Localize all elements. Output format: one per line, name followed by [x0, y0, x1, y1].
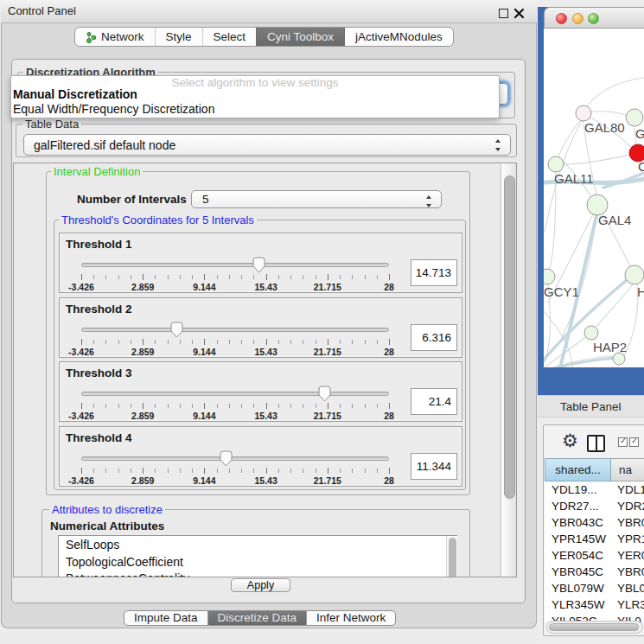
slider-tick: [131, 275, 131, 279]
tick-label: 21.715: [302, 475, 354, 486]
float-window-icon[interactable]: [499, 9, 508, 18]
scrollbar-thumb[interactable]: [504, 175, 515, 499]
slider-thumb[interactable]: [220, 450, 233, 467]
slider-tick: [389, 468, 390, 474]
table-row[interactable]: YLR345WYLR3: [545, 596, 644, 613]
threshold-value-field[interactable]: 14.713: [411, 259, 457, 286]
threshold-value-field[interactable]: 11.344: [411, 453, 457, 480]
slider-tick: [389, 403, 390, 409]
cell-name: YLR3: [617, 596, 644, 613]
network-canvas: GAL80GACGAL11GAL4GCY1HHAP2: [544, 29, 644, 367]
tab-cyni-toolbox[interactable]: Cyni Toolbox: [256, 28, 344, 46]
network-icon: [86, 31, 97, 43]
table-row[interactable]: YDL19...YDL1: [545, 481, 644, 498]
dropdown-item[interactable]: Manual Discretization: [13, 87, 137, 102]
network-node[interactable]: [584, 326, 598, 340]
tab-network[interactable]: Network: [75, 28, 155, 46]
scrollbar-thumb[interactable]: [549, 623, 639, 631]
network-node[interactable]: [576, 105, 591, 121]
minimize-traffic-light[interactable]: [572, 13, 583, 24]
slider-track[interactable]: [81, 456, 389, 461]
tab-select[interactable]: Select: [202, 28, 257, 46]
attributes-group: Attributes to discretize Numerical Attri…: [41, 509, 470, 577]
cell-name: YBR0: [617, 564, 644, 580]
slider-thumb[interactable]: [318, 386, 331, 402]
checkbox-icon[interactable]: [618, 437, 628, 447]
network-node[interactable]: [544, 269, 555, 284]
tab-label: Style: [166, 28, 192, 46]
zoom-traffic-light[interactable]: [588, 13, 599, 24]
tab-jactivemnodules[interactable]: jActiveMNodules: [344, 28, 453, 46]
cell-name: YBR0: [617, 514, 644, 531]
slider-tick: [352, 340, 353, 344]
spinner-value: 5: [202, 191, 209, 208]
spinner-arrows-icon[interactable]: [425, 194, 433, 208]
close-traffic-light[interactable]: [556, 13, 567, 24]
table-row[interactable]: YBR043CYBR0: [545, 514, 644, 531]
list-scrollbar[interactable]: [446, 536, 457, 577]
tab-infer-network[interactable]: Infer Network: [306, 611, 395, 625]
network-node[interactable]: [626, 109, 643, 126]
list-item[interactable]: SelfLoops: [66, 537, 119, 554]
apply-button[interactable]: Apply: [231, 578, 290, 592]
top-tabbar: NetworkStyleSelectCyni ToolboxjActiveMNo…: [74, 27, 454, 47]
slider-track[interactable]: [81, 328, 389, 332]
table-row[interactable]: YDR27...YDR2: [545, 498, 644, 514]
vertical-scrollbar[interactable]: [501, 163, 517, 577]
slider-tick: [81, 468, 82, 474]
node-label: GAL4: [598, 213, 631, 227]
table-row[interactable]: YER054CYER0: [545, 547, 644, 564]
column-header-name[interactable]: na: [611, 458, 644, 481]
dropdown-item[interactable]: Equal Width/Frequency Discretization: [13, 102, 214, 117]
threshold-value-field[interactable]: 21.4: [411, 388, 457, 415]
slider-tick: [316, 404, 316, 408]
tab-impute-data[interactable]: Impute Data: [124, 611, 207, 625]
node-label: GA: [635, 126, 644, 141]
cell-name: YPR1: [617, 531, 644, 547]
slider-tick: [328, 339, 328, 345]
node-label: GCY1: [544, 284, 579, 299]
checkbox-icon[interactable]: [629, 437, 639, 447]
slider-thumb[interactable]: [252, 257, 265, 273]
horizontal-scrollbar[interactable]: [546, 621, 643, 634]
table-row[interactable]: YBL079WYBL0: [545, 580, 644, 596]
slider-tick: [340, 469, 341, 473]
slider-tick: [303, 275, 303, 279]
slider-tick: [81, 274, 82, 280]
slider-track[interactable]: [81, 392, 389, 396]
table-body: YDL19...YDL1YDR27...YDR2YBR043CYBR0YPR14…: [545, 481, 644, 622]
list-item[interactable]: BetweennessCentrality: [66, 571, 189, 577]
split-columns-icon[interactable]: [587, 435, 605, 452]
cell-name: YER0: [617, 547, 644, 564]
spinner-arrows-icon[interactable]: [494, 138, 502, 152]
cell-name: YBL0: [617, 580, 644, 596]
tick-label: 15.43: [240, 411, 292, 421]
gear-icon[interactable]: ⚙: [562, 431, 578, 450]
network-node[interactable]: [548, 156, 564, 172]
slider-tick: [278, 275, 279, 279]
scrollbar-thumb[interactable]: [449, 538, 456, 577]
slider-tick: [180, 404, 181, 408]
slider-tick: [303, 340, 303, 344]
tab-style[interactable]: Style: [155, 28, 202, 46]
table-row[interactable]: YPR145WYPR1: [545, 531, 644, 547]
table-row[interactable]: YBR045CYBR0: [545, 564, 644, 580]
column-header-shared[interactable]: shared...: [545, 458, 611, 481]
slider-track[interactable]: [81, 263, 389, 267]
cell-shared-name: YLR345W: [552, 596, 605, 613]
network-node[interactable]: [625, 265, 644, 284]
slider-tick: [229, 469, 230, 473]
slider-tick: [204, 468, 205, 474]
threshold-panel: Threshold 2-3.4262.8599.14415.4321.71528…: [59, 297, 462, 358]
tick-label: 21.715: [302, 282, 354, 292]
intervals-spinner[interactable]: 5: [191, 190, 442, 208]
slider-thumb[interactable]: [170, 322, 183, 338]
list-item[interactable]: TopologicalCoefficient: [66, 554, 183, 571]
close-icon[interactable]: [513, 8, 525, 19]
tab-discretize-data[interactable]: Discretize Data: [207, 611, 307, 625]
network-node[interactable]: [613, 353, 625, 365]
combobox-value: galFiltered.sif default node: [34, 135, 175, 156]
table-data-combobox[interactable]: galFiltered.sif default node: [23, 134, 511, 156]
threshold-value-field[interactable]: 6.316: [411, 324, 457, 351]
threshold-panel: Threshold 4-3.4262.8599.14415.4321.71528…: [59, 426, 462, 487]
